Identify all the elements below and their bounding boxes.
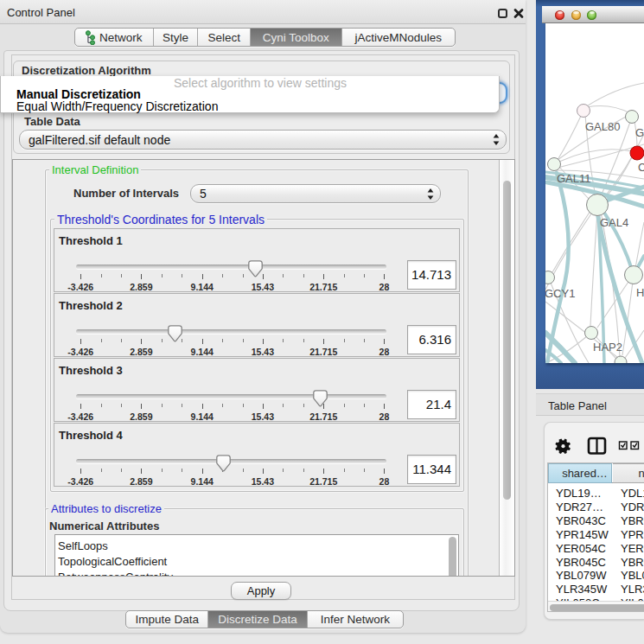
slider-tick (263, 339, 264, 344)
tab-jactivemnodules[interactable]: jActiveMNodules (341, 29, 455, 46)
slider-track[interactable] (76, 265, 386, 269)
split-view-icon[interactable] (589, 438, 605, 454)
threshold-value-field[interactable]: 11.344 (407, 455, 456, 484)
slider-track[interactable] (76, 459, 386, 463)
slider-track[interactable] (76, 329, 386, 334)
combo-arrows-icon (427, 188, 434, 200)
table-row[interactable]: YPR145WYPR1 (548, 528, 644, 542)
network-node[interactable] (548, 158, 561, 171)
cell-shared-name: YBL079W (556, 569, 607, 582)
checkbox-icon[interactable] (631, 442, 639, 450)
close-traffic-light-icon[interactable] (555, 10, 564, 20)
threshold-value-field[interactable]: 21.4 (407, 390, 456, 419)
tab-label: Style (163, 31, 188, 44)
network-node-label: H (636, 286, 644, 299)
network-node[interactable] (615, 356, 627, 363)
tab-style[interactable]: Style (153, 29, 198, 46)
network-node[interactable] (577, 105, 590, 118)
slider-tick (141, 274, 142, 279)
tab-infer-network[interactable]: Infer Network (307, 611, 403, 628)
number-of-intervals-combobox[interactable]: 5 (190, 184, 441, 203)
network-window-titlebar[interactable] (542, 6, 644, 23)
slider-tick (121, 404, 122, 407)
threshold-box-4: Threshold 4-3.4262.8599.14415.4321.71528… (54, 423, 460, 487)
table-data-combobox-value: galFiltered.sif default node (29, 133, 170, 147)
interval-definition-title: Interval Definition (49, 163, 141, 176)
network-node[interactable] (630, 146, 644, 160)
tab-impute-data[interactable]: Impute Data (126, 611, 207, 628)
float-window-icon[interactable] (498, 9, 507, 18)
table-horizontal-scrollbar[interactable] (548, 601, 644, 612)
popup-item-equal-width[interactable]: Equal Width/Frequency Discretization (16, 99, 218, 113)
slider-thumb[interactable] (168, 325, 182, 342)
control-panel-titlebar[interactable]: Control Panel (0, 0, 526, 24)
slider-tick (162, 339, 163, 342)
table-data-combobox[interactable]: galFiltered.sif default node (19, 130, 507, 150)
cell-shared-name: YBR045C (556, 556, 606, 569)
slider-tick (323, 274, 324, 279)
attribute-list-item[interactable]: TopologicalCoefficient (58, 555, 167, 568)
settings-vertical-scrollbar[interactable] (499, 160, 514, 576)
network-graph: GAL80GACGAL11GAL4GCY1HHAP2 (545, 23, 644, 363)
tab-label: Discretize Data (218, 613, 297, 626)
network-node[interactable] (587, 194, 609, 216)
slider-tick-label: 21.715 (309, 347, 337, 357)
threshold-value-field[interactable]: 14.713 (407, 260, 456, 290)
zoom-traffic-light-icon[interactable] (587, 10, 596, 20)
table-row[interactable]: YDL19…YDL1 (548, 487, 644, 501)
network-node-label: GAL4 (600, 216, 628, 229)
network-node[interactable] (585, 327, 598, 340)
cell-shared-name: YBR043C (556, 514, 606, 527)
table-row[interactable]: YDR27…YDR2 (548, 501, 644, 514)
slider-tick (101, 274, 102, 277)
table-row[interactable]: YER054CYER0 (548, 542, 644, 556)
slider-tick (202, 339, 203, 344)
network-edge (552, 208, 592, 272)
checkbox-icon[interactable] (620, 442, 628, 450)
slider-tick (344, 339, 345, 342)
gear-icon[interactable] (555, 439, 571, 454)
minimize-traffic-light-icon[interactable] (571, 10, 581, 20)
discretization-algorithm-label: Discretization Algorithm (22, 64, 151, 77)
network-node[interactable] (545, 271, 555, 284)
slider-tick (202, 404, 203, 409)
network-node[interactable] (625, 266, 643, 284)
table-row[interactable]: YBL079WYBL0 (548, 569, 644, 583)
tab-select[interactable]: Select (197, 29, 250, 46)
threshold-label: Threshold 2 (59, 299, 123, 312)
slider-tick-label: 15.43 (252, 476, 274, 487)
table-row[interactable]: YBR043CYBR0 (548, 514, 644, 528)
table-header-shared-name[interactable]: shared… (548, 463, 612, 483)
table-header-name[interactable]: na (613, 463, 644, 483)
attribute-list-item[interactable]: BetweennessCentrality (58, 571, 173, 577)
tab-cyni-toolbox[interactable]: Cyni Toolbox (250, 29, 341, 46)
attributes-scrollbar-thumb[interactable] (449, 537, 456, 577)
tab-network[interactable]: Network (75, 29, 153, 46)
table-panel-container: shared… na YDL19…YDL1YDR27…YDR2YBR043CYB… (544, 422, 644, 620)
apply-button[interactable]: Apply (231, 582, 291, 600)
settings-scrollbar-thumb[interactable] (503, 181, 511, 500)
cell-name: YBR0 (621, 556, 644, 569)
slider-thumb[interactable] (216, 455, 231, 472)
slider-thumb[interactable] (248, 260, 263, 277)
table-panel-titlebar[interactable]: Table Panel (536, 393, 644, 416)
slider-thumb[interactable] (313, 390, 328, 407)
network-edge (558, 114, 582, 160)
table-row[interactable]: YLR345WYLR3 (548, 583, 644, 596)
tab-discretize-data[interactable]: Discretize Data (207, 611, 306, 628)
network-canvas[interactable]: GAL80GACGAL11GAL4GCY1HHAP2 (545, 23, 644, 363)
close-icon[interactable] (513, 8, 524, 19)
table-row[interactable]: YBR045CYBR0 (548, 556, 644, 570)
slider-track[interactable] (76, 394, 386, 399)
slider-tick (222, 404, 223, 407)
table-hscrollbar-thumb[interactable] (550, 604, 644, 611)
network-node[interactable] (626, 111, 639, 124)
slider-tick-label: 15.43 (252, 411, 274, 422)
algorithm-settings-scrollpane: Interval Definition Number of Intervals … (12, 159, 515, 577)
slider-tick (182, 274, 182, 277)
slider-tick (121, 469, 122, 472)
tab-label: Cyni Toolbox (263, 31, 329, 44)
attribute-list-item[interactable]: SelfLoops (58, 539, 108, 552)
numerical-attributes-list[interactable]: SelfLoopsTopologicalCoefficientBetweenne… (54, 534, 459, 577)
threshold-value-field[interactable]: 6.316 (407, 325, 456, 354)
